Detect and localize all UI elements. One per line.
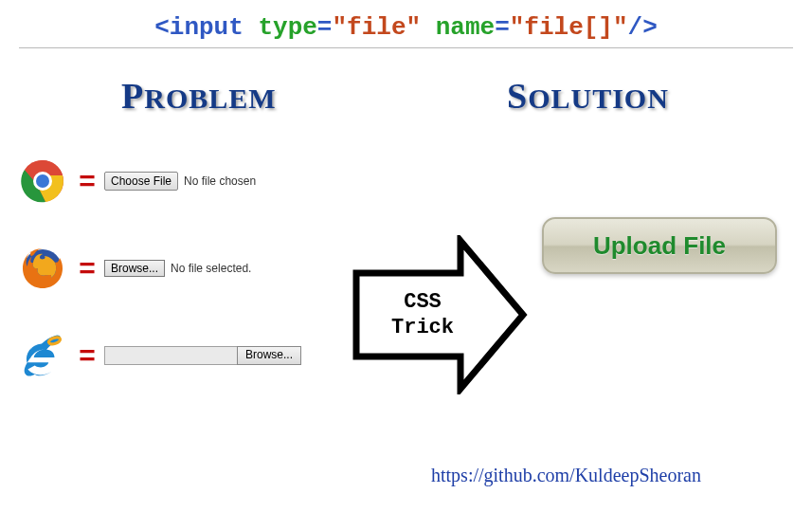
upload-button-label: Upload File	[593, 231, 726, 261]
chrome-file-status: No file chosen	[184, 174, 256, 188]
firefox-icon	[15, 246, 70, 291]
row-chrome: = Choose File No file chosen	[15, 137, 351, 225]
firefox-file-status: No file selected.	[171, 262, 251, 275]
code-tag: input	[170, 13, 244, 42]
row-firefox: = Browse... No file selected.	[15, 225, 351, 312]
row-ie: = Browse...	[15, 312, 351, 399]
footer-url[interactable]: https://github.com/KuldeepSheoran	[431, 465, 701, 486]
heading-solution: SOLUTION	[507, 75, 812, 117]
arrow-icon: CSS Trick	[349, 235, 529, 394]
ie-browse-button[interactable]: Browse...	[237, 346, 301, 365]
code-attr-type: type	[258, 13, 316, 42]
chrome-choose-button[interactable]: Choose File	[104, 172, 178, 191]
equals-sign: =	[70, 252, 104, 284]
code-attr-name: name	[436, 13, 495, 42]
ie-icon	[15, 332, 70, 379]
chrome-icon	[15, 158, 70, 204]
ie-file-field[interactable]	[104, 346, 237, 365]
firefox-file-input[interactable]: Browse... No file selected.	[104, 260, 251, 277]
code-snippet: <input type="file" name="file[]"/>	[0, 0, 812, 42]
code-close: />	[628, 13, 658, 42]
code-open: <	[154, 13, 170, 42]
styled-upload-button[interactable]: Upload File	[542, 217, 777, 274]
equals-sign: =	[70, 165, 104, 197]
ie-file-input[interactable]: Browse...	[104, 346, 301, 365]
arrow-label: CSS Trick	[349, 235, 529, 394]
svg-point-2	[36, 174, 49, 188]
chrome-file-input[interactable]: Choose File No file chosen	[104, 172, 256, 191]
code-val-type: "file"	[332, 13, 421, 42]
heading-problem: PROBLEM	[121, 75, 351, 117]
code-val-name: "file[]"	[510, 13, 628, 42]
equals-sign: =	[70, 339, 104, 372]
firefox-browse-button[interactable]: Browse...	[104, 260, 165, 277]
